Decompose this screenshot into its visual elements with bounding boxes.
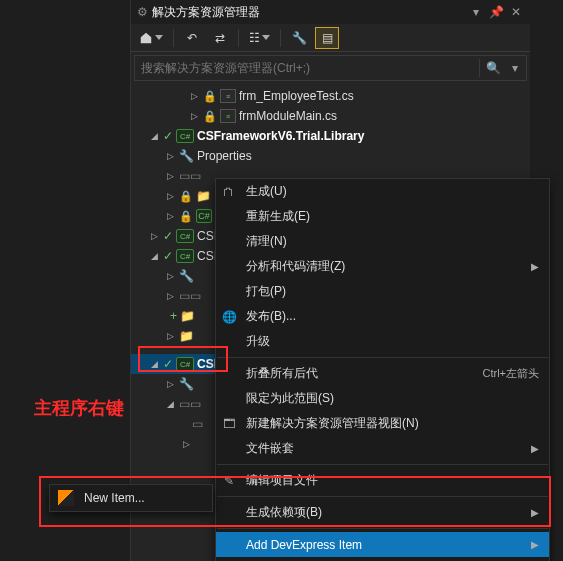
tree-label: CSFrameworkV6.Trial.Library — [197, 129, 364, 143]
tree-file[interactable]: 🔒 ≡ frm_EmployeeTest.cs — [131, 86, 530, 106]
devexpress-icon — [58, 490, 74, 506]
tree-label: CSI — [197, 229, 217, 243]
gear-icon[interactable]: ⚙ — [137, 5, 148, 19]
ctx-collapse[interactable]: 折叠所有后代Ctrl+左箭头 — [216, 361, 549, 386]
ctx-clean[interactable]: 清理(N) — [216, 229, 549, 254]
ctx-nesting[interactable]: 文件嵌套▶ — [216, 436, 549, 461]
csproj-icon: C# — [176, 129, 194, 143]
separator — [217, 464, 548, 465]
tree-label: CSI — [197, 357, 217, 371]
home-button[interactable] — [135, 27, 167, 49]
back-button[interactable]: ↶ — [180, 27, 204, 49]
expand-icon[interactable] — [164, 290, 176, 302]
collapse-icon[interactable] — [148, 358, 160, 370]
hierarchy-button[interactable]: ☷ — [245, 27, 274, 49]
tree-properties[interactable]: 🔧 Properties — [131, 146, 530, 166]
close-icon[interactable]: ✕ — [508, 4, 524, 20]
ctx-scope[interactable]: 限定为此范围(S) — [216, 386, 549, 411]
submenu-label: New Item... — [84, 491, 145, 505]
newview-icon: 🗔 — [220, 417, 238, 431]
expand-icon[interactable] — [164, 378, 176, 390]
wrench-icon: 🔧 — [179, 377, 194, 391]
tree-project[interactable]: ✓ C# CSFrameworkV6.Trial.Library — [131, 126, 530, 146]
search-input[interactable] — [135, 61, 477, 75]
expand-icon[interactable] — [188, 110, 200, 122]
ctx-add[interactable]: 添加(D)▶ — [216, 557, 549, 561]
ctx-build[interactable]: ⛫生成(U) — [216, 179, 549, 204]
references-icon: ▭▭ — [179, 289, 201, 303]
csproj-icon: C# — [176, 229, 194, 243]
globe-icon: 🌐 — [220, 310, 238, 324]
ctx-editproj[interactable]: ✎编辑项目文件 — [216, 468, 549, 493]
submenu-arrow-icon: ▶ — [531, 443, 539, 454]
search-dropdown-icon[interactable]: ▾ — [504, 57, 526, 79]
expand-icon[interactable] — [164, 330, 176, 342]
expand-icon[interactable] — [180, 438, 192, 450]
csproj-icon: C# — [176, 357, 194, 371]
tree-label: frmModuleMain.cs — [239, 109, 337, 123]
lock-icon: 🔒 — [203, 110, 217, 123]
separator — [217, 528, 548, 529]
preview-button[interactable]: ▤ — [315, 27, 339, 49]
dropdown-icon[interactable]: ▾ — [468, 4, 484, 20]
search-icon[interactable]: 🔍 — [482, 57, 504, 79]
shortcut-label: Ctrl+左箭头 — [482, 366, 539, 381]
csproj-icon: C# — [176, 249, 194, 263]
expand-icon[interactable] — [164, 170, 176, 182]
collapse-icon[interactable] — [148, 250, 160, 262]
lock-icon: 🔒 — [179, 210, 193, 223]
expand-icon[interactable] — [148, 230, 160, 242]
references-icon: ▭▭ — [179, 169, 201, 183]
csharp-file-icon: ≡ — [220, 109, 236, 123]
lock-icon: 🔒 — [203, 90, 217, 103]
ctx-publish[interactable]: 🌐发布(B)... — [216, 304, 549, 329]
submenu-new-item[interactable]: New Item... — [49, 484, 213, 512]
context-menu: ⛫生成(U) 重新生成(E) 清理(N) 分析和代码清理(Z)▶ 打包(P) 🌐… — [215, 178, 550, 561]
wrench-button[interactable]: 🔧 — [287, 27, 311, 49]
search-box[interactable]: 🔍 ▾ — [134, 55, 527, 81]
collapse-icon[interactable] — [148, 130, 160, 142]
ctx-builddep[interactable]: 生成依赖项(B)▶ — [216, 500, 549, 525]
wrench-icon: 🔧 — [179, 269, 194, 283]
toolbar: ↶ ⇄ ☷ 🔧 ▤ — [131, 24, 530, 52]
tree-label — [204, 169, 207, 183]
ctx-pack[interactable]: 打包(P) — [216, 279, 549, 304]
pin-icon[interactable]: 📌 — [488, 4, 504, 20]
references-icon: ▭▭ — [179, 397, 201, 411]
panel-title: 解决方案资源管理器 — [152, 4, 464, 21]
submenu-arrow-icon: ▶ — [531, 261, 539, 272]
tree-label: Properties — [197, 149, 252, 163]
ctx-upgrade[interactable]: 升级 — [216, 329, 549, 354]
tree-label: frm_EmployeeTest.cs — [239, 89, 354, 103]
expand-icon[interactable] — [164, 270, 176, 282]
panel-header: ⚙ 解决方案资源管理器 ▾ 📌 ✕ — [131, 0, 530, 24]
expand-icon[interactable] — [188, 90, 200, 102]
expand-icon[interactable] — [164, 210, 176, 222]
separator — [217, 357, 548, 358]
ctx-add-devexpress[interactable]: Add DevExpress Item▶ — [216, 532, 549, 557]
submenu-arrow-icon: ▶ — [531, 539, 539, 550]
expand-icon[interactable] — [164, 190, 176, 202]
edit-icon: ✎ — [220, 474, 238, 488]
expand-icon[interactable] — [164, 150, 176, 162]
separator — [217, 496, 548, 497]
submenu-arrow-icon: ▶ — [531, 507, 539, 518]
tree-file[interactable]: 🔒 ≡ frmModuleMain.cs — [131, 106, 530, 126]
sync-button[interactable]: ⇄ — [208, 27, 232, 49]
tree-label: CSI — [197, 249, 217, 263]
collapse-icon[interactable] — [164, 398, 176, 410]
ctx-newview[interactable]: 🗔新建解决方案资源管理器视图(N) — [216, 411, 549, 436]
csharp-icon: C# — [196, 209, 212, 223]
ctx-analyze[interactable]: 分析和代码清理(Z)▶ — [216, 254, 549, 279]
lock-icon: 🔒 — [179, 190, 193, 203]
wrench-icon: 🔧 — [179, 149, 194, 163]
build-icon: ⛫ — [220, 185, 238, 199]
annotation-text: 主程序右键 — [34, 396, 124, 420]
ctx-rebuild[interactable]: 重新生成(E) — [216, 204, 549, 229]
csharp-file-icon: ≡ — [220, 89, 236, 103]
